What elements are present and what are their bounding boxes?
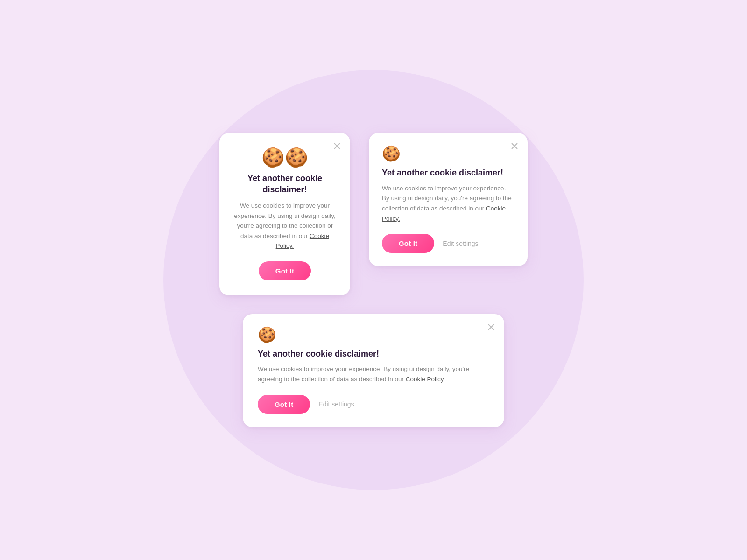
edit-settings-button-2[interactable]: Edit settings (443, 240, 478, 247)
got-it-button-3[interactable]: Got It (258, 395, 310, 414)
cookie-policy-link-3[interactable]: Cookie Policy. (406, 376, 445, 383)
card-3-body: We use cookies to improve your experienc… (258, 364, 489, 384)
cookie-card-2: 🍪 Yet another cookie disclaimer! We use … (369, 133, 528, 266)
cookie-icon-2: 🍪 (382, 146, 401, 161)
card-1-title: Yet another cookie disclaimer! (233, 173, 337, 195)
card-3-title: Yet another cookie disclaimer! (258, 349, 379, 359)
close-button-2[interactable] (508, 140, 521, 153)
close-icon-1 (334, 143, 340, 149)
card-1-body: We use cookies to improve your experienc… (233, 201, 337, 251)
close-icon-3 (488, 324, 494, 330)
card-2-title: Yet another cookie disclaimer! (382, 168, 503, 178)
cookie-card-3: 🍪 Yet another cookie disclaimer! We use … (243, 314, 504, 427)
cookie-icon-1: 🍪🍪 (261, 148, 308, 167)
close-button-3[interactable] (485, 321, 498, 334)
card-2-actions: Got It Edit settings (382, 234, 479, 253)
layout: 🍪🍪 Yet another cookie disclaimer! We use… (140, 133, 607, 427)
edit-settings-button-3[interactable]: Edit settings (318, 400, 354, 408)
got-it-button-1[interactable]: Got It (259, 261, 311, 280)
got-it-button-2[interactable]: Got It (382, 234, 434, 253)
card-3-actions: Got It Edit settings (258, 395, 354, 414)
close-icon-2 (511, 143, 518, 149)
card-2-body: We use cookies to improve your experienc… (382, 183, 514, 224)
cookie-card-1: 🍪🍪 Yet another cookie disclaimer! We use… (219, 133, 350, 295)
cookie-icon-3: 🍪 (258, 327, 276, 342)
close-button-1[interactable] (331, 140, 344, 153)
top-row: 🍪🍪 Yet another cookie disclaimer! We use… (219, 133, 528, 295)
